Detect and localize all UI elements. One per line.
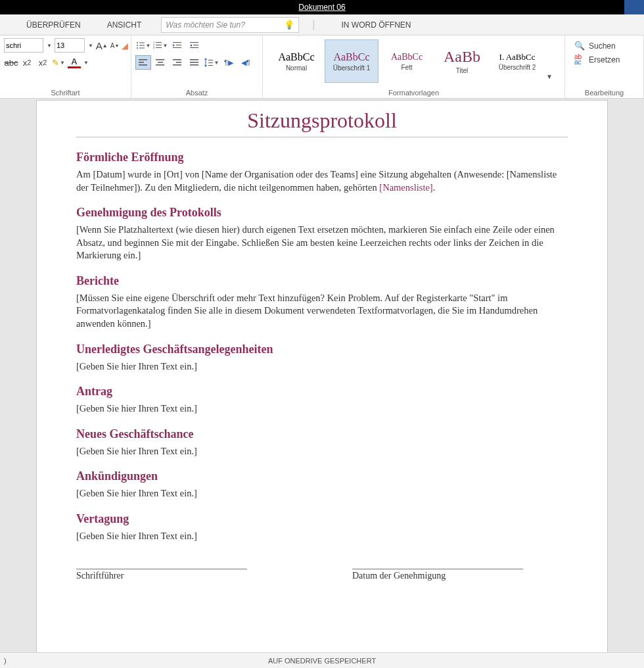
highlight-icon[interactable]: ✎▼ — [51, 55, 66, 70]
svg-rect-18 — [193, 45, 198, 45]
heading-approval[interactable]: Genehmigung des Protokolls — [76, 206, 568, 220]
separator: | — [312, 19, 315, 31]
replace-button[interactable]: abac Ersetzen — [574, 55, 634, 65]
chevron-down-icon[interactable]: ▼ — [47, 43, 52, 49]
styles-more-icon[interactable]: ▼ — [546, 73, 553, 84]
svg-marker-17 — [190, 44, 192, 47]
style-bold[interactable]: AaBbCc Fett — [380, 39, 434, 83]
body-approval[interactable]: [Wenn Sie Platzhaltertext (wie diesen hi… — [76, 224, 568, 262]
placeholder-link[interactable]: [Namensliste] — [379, 182, 432, 193]
align-justify-icon[interactable] — [187, 55, 202, 70]
svg-rect-25 — [156, 64, 164, 66]
font-size-select[interactable] — [55, 38, 85, 53]
page[interactable]: Sitzungsprotokoll Förmliche Eröffnung Am… — [36, 100, 608, 656]
body-announce[interactable]: [Geben Sie hier Ihren Text ein.] — [76, 487, 568, 500]
chevron-down-icon[interactable]: ▼ — [83, 60, 89, 66]
ribbon-tabs: ÜBERPRÜFEN ANSICHT 💡 | IN WORD ÖFFNEN — [0, 14, 644, 36]
style-heading1[interactable]: AaBbCc Überschrift 1 — [325, 39, 379, 83]
svg-rect-28 — [173, 64, 181, 66]
svg-rect-12 — [173, 42, 181, 43]
svg-point-4 — [137, 47, 138, 49]
svg-marker-32 — [204, 58, 207, 60]
ribbon-group-font: ▼ ▼ A▲ A▼ ◢ abc x2 x2 ✎▼ A▼ Schriftart — [0, 36, 131, 98]
svg-rect-11 — [156, 47, 162, 48]
group-label-editing: Bearbeitung — [569, 87, 639, 98]
svg-point-0 — [137, 42, 138, 43]
heading-motion[interactable]: Antrag — [76, 385, 568, 398]
svg-rect-3 — [139, 45, 145, 46]
signature-row: Schriftführer Datum der Genehmigung — [76, 569, 568, 581]
ribbon: ▼ ▼ A▲ A▼ ◢ abc x2 x2 ✎▼ A▼ Schriftart ▼… — [0, 36, 644, 99]
heading-opening[interactable]: Förmliche Eröffnung — [76, 151, 568, 164]
svg-rect-14 — [176, 45, 181, 45]
replace-icon: abac — [574, 55, 585, 65]
chevron-down-icon[interactable]: ▼ — [88, 43, 93, 49]
find-button[interactable]: 🔍 Suchen — [574, 41, 634, 51]
ribbon-group-editing: 🔍 Suchen abac Ersetzen Bearbeitung — [565, 36, 644, 98]
ltr-icon[interactable]: ¶▶ — [221, 55, 237, 70]
tell-me-search[interactable]: 💡 — [161, 17, 299, 33]
signature-line — [352, 569, 523, 569]
bullets-icon[interactable]: ▼ — [135, 38, 151, 53]
svg-rect-21 — [139, 62, 144, 63]
svg-text:3: 3 — [153, 46, 155, 49]
svg-rect-35 — [208, 60, 213, 60]
shrink-font-icon[interactable]: A▼ — [110, 38, 120, 53]
document-heading[interactable]: Sitzungsprotokoll — [76, 106, 568, 137]
superscript-icon[interactable]: x2 — [35, 55, 50, 70]
svg-rect-29 — [190, 59, 198, 60]
line-spacing-icon[interactable]: ▼ — [204, 55, 219, 70]
body-newbiz[interactable]: [Geben Sie hier Ihren Text ein.] — [76, 445, 568, 458]
window-control[interactable] — [624, 0, 644, 14]
tell-me-input[interactable] — [166, 20, 277, 30]
grow-font-icon[interactable]: A▲ — [96, 38, 108, 53]
svg-rect-36 — [208, 62, 213, 63]
heading-announce[interactable]: Ankündigungen — [76, 469, 568, 483]
svg-rect-1 — [139, 43, 145, 43]
align-center-icon[interactable] — [152, 55, 168, 70]
style-normal[interactable]: AaBbCc Normal — [269, 39, 323, 83]
svg-rect-20 — [139, 59, 147, 60]
svg-rect-31 — [190, 64, 198, 66]
align-left-icon[interactable] — [135, 55, 151, 70]
signature-secretary[interactable]: Schriftführer — [76, 569, 247, 581]
increase-indent-icon[interactable] — [187, 38, 202, 53]
style-title[interactable]: AaBb Titel — [435, 39, 489, 83]
heading-reports[interactable]: Berichte — [76, 274, 568, 288]
strikethrough-icon[interactable]: abc — [4, 55, 18, 70]
font-color-icon[interactable]: A — [67, 55, 81, 70]
open-in-word-button[interactable]: IN WORD ÖFFNEN — [329, 20, 425, 30]
heading-newbiz[interactable]: Neues Geschäftschance — [76, 427, 568, 441]
status-left: ) — [4, 657, 7, 665]
group-label-paragraph: Absatz — [135, 87, 258, 98]
heading-unfinished[interactable]: Unerledigtes Geschäftsangelegenheiten — [76, 343, 568, 356]
decrease-indent-icon[interactable] — [170, 38, 185, 53]
heading-adjourn[interactable]: Vertagung — [76, 512, 568, 526]
tab-review[interactable]: ÜBERPRÜFEN — [13, 14, 94, 36]
body-unfinished[interactable]: [Geben Sie hier Ihren Text ein.] — [76, 360, 568, 373]
svg-rect-24 — [158, 62, 163, 63]
align-right-icon[interactable] — [170, 55, 185, 70]
svg-rect-16 — [190, 42, 198, 43]
signature-date[interactable]: Datum der Genehmigung — [352, 569, 523, 581]
body-adjourn[interactable]: [Geben Sie hier Ihren Text ein.] — [76, 530, 568, 543]
title-rule — [76, 137, 568, 137]
document-canvas[interactable]: Sitzungsprotokoll Förmliche Eröffnung Am… — [0, 99, 644, 656]
numbering-icon[interactable]: 123▼ — [152, 38, 168, 53]
font-family-select[interactable] — [4, 38, 43, 53]
statusbar: ) AUF ONEDRIVE GESPEICHERT — [0, 652, 644, 668]
svg-rect-5 — [139, 48, 145, 49]
tab-view[interactable]: ANSICHT — [94, 14, 155, 36]
style-heading2[interactable]: I. AaBbCc Überschrift 2 — [490, 39, 544, 83]
rtl-icon[interactable]: ◀¶ — [238, 55, 254, 70]
subscript-icon[interactable]: x2 — [20, 55, 34, 70]
clear-formatting-icon[interactable]: ◢ — [122, 38, 128, 53]
document-title: Dokument 06 — [298, 3, 345, 12]
status-center: AUF ONEDRIVE GESPEICHERT — [268, 657, 376, 665]
body-opening[interactable]: Am [Datum] wurde in [Ort] von [Name der … — [76, 168, 568, 194]
svg-rect-9 — [156, 45, 162, 45]
body-reports[interactable]: [Müssen Sie eine eigene Überschrift oder… — [76, 292, 568, 331]
body-motion[interactable]: [Geben Sie hier Ihren Text ein.] — [76, 402, 568, 416]
signature-line — [76, 569, 247, 569]
svg-rect-15 — [173, 47, 181, 48]
